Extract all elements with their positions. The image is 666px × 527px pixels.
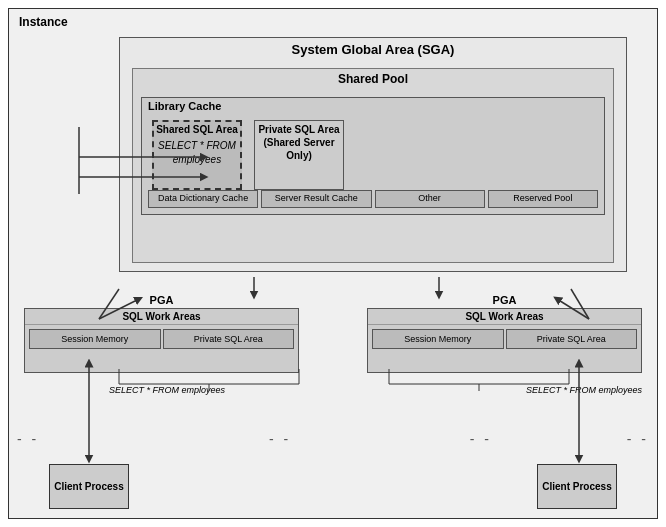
server-result-cache: Server Result Cache [261, 190, 371, 208]
right-query-label: SELECT * FROM employees [526, 385, 642, 395]
left-client-process: Client Process [49, 464, 129, 509]
instance-label: Instance [19, 15, 68, 29]
shared-pool-box: Shared Pool Library Cache Shared SQL Are… [132, 68, 614, 263]
right-private-sql-area: Private SQL Area [506, 329, 638, 349]
right-pga-label: PGA [367, 294, 642, 306]
right-session-memory: Session Memory [372, 329, 504, 349]
right-client-process: Client Process [537, 464, 617, 509]
shared-pool-label: Shared Pool [133, 69, 613, 88]
shared-sql-area-box: Shared SQL Area SELECT * FROM employees [152, 120, 242, 190]
shared-sql-label: Shared SQL Area [154, 122, 240, 137]
left-session-memory: Session Memory [29, 329, 161, 349]
dash-left: - - [17, 431, 39, 447]
dash-mid-left: - - [269, 431, 291, 447]
dash-right: - - [627, 431, 649, 447]
other-item: Other [375, 190, 485, 208]
library-cache-bottom-row: Data Dictionary Cache Server Result Cach… [148, 190, 598, 208]
right-pga-bottom-row: Session Memory Private SQL Area [368, 325, 641, 351]
dash-mid-right: - - [470, 431, 492, 447]
private-sql-label: Private SQL Area (Shared Server Only) [255, 121, 343, 162]
right-pga: PGA SQL Work Areas Session Memory Privat… [367, 294, 642, 374]
instance-box: Instance System Global Area (SGA) Shared… [8, 8, 658, 519]
right-sql-work-areas-title: SQL Work Areas [368, 309, 641, 325]
sga-box: System Global Area (SGA) Shared Pool Lib… [119, 37, 627, 272]
shared-sql-text: SELECT * FROM employees [154, 137, 240, 169]
left-pga-label: PGA [24, 294, 299, 306]
main-diagram: Instance System Global Area (SGA) Shared… [0, 0, 666, 527]
left-pga-inner: SQL Work Areas Session Memory Private SQ… [24, 308, 299, 373]
left-pga: PGA SQL Work Areas Session Memory Privat… [24, 294, 299, 374]
private-sql-area-box: Private SQL Area (Shared Server Only) [254, 120, 344, 190]
left-private-sql-area: Private SQL Area [163, 329, 295, 349]
left-query-label: SELECT * FROM employees [109, 385, 225, 395]
left-sql-work-areas-title: SQL Work Areas [25, 309, 298, 325]
library-cache-label: Library Cache [142, 98, 604, 114]
data-dictionary-cache: Data Dictionary Cache [148, 190, 258, 208]
right-pga-inner: SQL Work Areas Session Memory Private SQ… [367, 308, 642, 373]
sga-label: System Global Area (SGA) [120, 38, 626, 59]
reserved-pool: Reserved Pool [488, 190, 598, 208]
left-pga-bottom-row: Session Memory Private SQL Area [25, 325, 298, 351]
library-cache-box: Library Cache Shared SQL Area SELECT * F… [141, 97, 605, 215]
